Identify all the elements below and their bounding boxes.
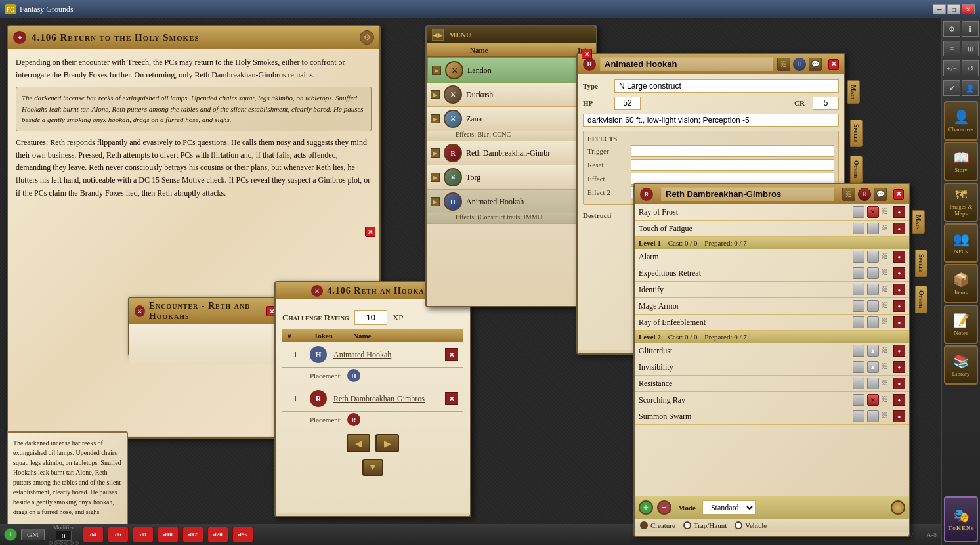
animated-hookah-close-button[interactable]: ✕: [828, 59, 839, 70]
spell-red-btn-alarm[interactable]: ●: [893, 251, 905, 263]
token-delete-1[interactable]: ✕: [445, 348, 458, 361]
combat-nav-icon[interactable]: ◀▶: [432, 29, 444, 41]
nav-next-button[interactable]: ▶: [375, 434, 399, 452]
spell-cast-btn-expeditious[interactable]: [853, 267, 864, 279]
spell-red-btn-resistance[interactable]: ●: [893, 378, 905, 389]
combat-row-zana[interactable]: ▶ ⚔ Zana 19: [427, 107, 596, 131]
mode-select[interactable]: Standard: [702, 500, 756, 515]
spell-cast-btn-touch[interactable]: [853, 223, 864, 234]
spell-red-btn-ray-enfeeblement[interactable]: ●: [893, 316, 905, 328]
sidebar-btn-5[interactable]: +/−: [943, 60, 960, 76]
trigger-input[interactable]: [631, 145, 834, 157]
spell-delete-btn-expeditious[interactable]: [867, 267, 879, 279]
spell-cast-btn-summon-swarm[interactable]: [853, 410, 864, 422]
story-settings-icon[interactable]: ⚙: [360, 30, 374, 45]
die-d6-button[interactable]: d6: [108, 527, 129, 542]
story-close-button[interactable]: ✕: [365, 227, 375, 237]
hookah-btn-chain[interactable]: ⛓: [777, 58, 790, 71]
reth-close-button[interactable]: ✕: [893, 189, 904, 200]
hookah-btn-chat[interactable]: 💬: [809, 58, 822, 71]
token-name-1[interactable]: Animated Hookah: [333, 350, 438, 360]
reth-tab-spells[interactable]: Spells: [915, 250, 927, 277]
spell-cast-btn-ray-enfeeblement[interactable]: [853, 316, 864, 328]
sidebar-npcs-button[interactable]: 👥 NPCs: [944, 223, 978, 263]
sidebar-btn-2[interactable]: ℹ: [962, 21, 979, 37]
spell-delete-btn-summon-swarm[interactable]: [867, 410, 879, 422]
spell-red-btn-scorching-ray[interactable]: ●: [893, 394, 905, 406]
combat-row-hookah[interactable]: ▶ H Animated Hookah 12: [427, 190, 596, 213]
sidebar-btn-1[interactable]: ⚙: [943, 21, 960, 37]
token-name-2[interactable]: Reth Dambreakhan-Gimbros: [333, 394, 438, 404]
modifier-value[interactable]: 0: [56, 531, 72, 541]
spell-red-btn-expeditious[interactable]: ●: [893, 267, 905, 279]
sidebar-story-button[interactable]: 📖 Story: [944, 142, 978, 181]
spell-cast-btn-alarm[interactable]: [853, 251, 864, 263]
cr-input[interactable]: [813, 97, 839, 110]
combat-expand-reth[interactable]: ▶: [431, 148, 440, 158]
combat-expand-zana[interactable]: ▶: [431, 114, 440, 123]
die-d20-button[interactable]: d20: [207, 527, 228, 542]
sidebar-tokens-button[interactable]: 🎭 ToKENs: [944, 496, 978, 542]
die-d4-button[interactable]: d4: [83, 527, 104, 542]
sidebar-btn-8[interactable]: 👤: [962, 80, 979, 96]
spell-red-btn-glitterdust[interactable]: ●: [893, 345, 905, 357]
gm-add-button[interactable]: +: [4, 528, 17, 541]
spell-red-btn-ray-of-frost[interactable]: ●: [893, 206, 905, 218]
spell-red-btn-invisibility[interactable]: ●: [893, 361, 905, 373]
spell-cast-btn-scorching-ray[interactable]: [853, 394, 864, 406]
coin-button[interactable]: [891, 500, 905, 515]
die-d10-button[interactable]: d10: [158, 527, 179, 542]
nav-prev-button[interactable]: ◀: [347, 434, 370, 452]
sidebar-btn-6[interactable]: ↺: [962, 60, 979, 76]
minimize-button[interactable]: ─: [933, 4, 946, 14]
spell-red-btn-identify[interactable]: ●: [893, 284, 905, 295]
radio-trap[interactable]: Trap/Haunt: [683, 521, 727, 529]
sidebar-images-button[interactable]: 🗺 Images & Maps: [944, 183, 978, 222]
sidebar-library-button[interactable]: 📚 Library: [944, 345, 978, 385]
animated-hookah-name-input[interactable]: [600, 57, 773, 71]
spell-delete-btn-mage-armor[interactable]: [867, 300, 879, 312]
radio-vehicle[interactable]: Vehicle: [735, 521, 767, 529]
reset-input[interactable]: [631, 159, 834, 171]
combat-row-reth[interactable]: ▶ R Reth Dambreakhan-Gimbr 15: [427, 141, 596, 165]
sidebar-btn-3[interactable]: ≡: [943, 41, 960, 56]
sidebar-btn-7[interactable]: ✔: [943, 80, 960, 96]
die-d12-button[interactable]: d12: [182, 527, 203, 542]
sidebar-items-button[interactable]: 📦 Items: [944, 264, 978, 303]
combat-row-landon[interactable]: ▶ ⚔ Landon 20: [428, 58, 595, 82]
hookah-tab-spells[interactable]: Spells: [850, 120, 863, 147]
spell-delete-btn-resistance[interactable]: [867, 378, 879, 389]
reth-btn-chain[interactable]: ⛓: [842, 188, 855, 201]
spell-cast-btn-mage-armor[interactable]: [853, 300, 864, 312]
spell-cast-btn-invisibility[interactable]: [853, 361, 864, 373]
combat-expand-landon[interactable]: ▶: [432, 66, 441, 75]
spell-white-btn-invisibility[interactable]: ▲: [867, 361, 879, 373]
die-d8-button[interactable]: d8: [133, 527, 154, 542]
perception-input[interactable]: [583, 114, 839, 127]
radio-creature[interactable]: Creature: [640, 521, 675, 529]
spell-delete-btn-alarm[interactable]: [867, 251, 879, 263]
token-down-button[interactable]: ▼: [362, 459, 383, 476]
spell-delete-btn-touch[interactable]: [867, 223, 879, 234]
hookah-btn-h[interactable]: H: [793, 58, 806, 71]
close-button[interactable]: ✕: [962, 4, 975, 14]
combat-row-torg[interactable]: ▶ ⚔ Torg 14: [427, 165, 596, 189]
combat-expand-hookah[interactable]: ▶: [431, 197, 440, 206]
spell-cast-btn-resistance[interactable]: [853, 378, 864, 389]
challenge-rating-input[interactable]: [354, 310, 387, 325]
token-delete-2[interactable]: ✕: [445, 392, 458, 405]
spell-white-btn-glitterdust[interactable]: ▲: [867, 345, 879, 357]
reth-remove-button[interactable]: −: [657, 500, 671, 515]
spell-red-btn-touch[interactable]: ●: [893, 223, 905, 234]
combat-expand-torg[interactable]: ▶: [431, 173, 440, 182]
die-d100-button[interactable]: d%: [232, 527, 253, 542]
reth-btn-chat[interactable]: 💬: [874, 188, 887, 201]
type-input[interactable]: [614, 79, 839, 93]
hookah-tab-other[interactable]: Other: [850, 156, 863, 183]
spell-delete-btn-ray-of-frost[interactable]: ✕: [867, 206, 879, 218]
reth-btn-r[interactable]: R: [858, 188, 871, 201]
sidebar-characters-button[interactable]: 👤 Characters: [944, 101, 978, 141]
reth-tab-main[interactable]: Main: [912, 210, 925, 234]
spell-cast-btn-glitterdust[interactable]: [853, 345, 864, 357]
spell-delete-btn-scorching-ray[interactable]: ✕: [867, 394, 879, 406]
